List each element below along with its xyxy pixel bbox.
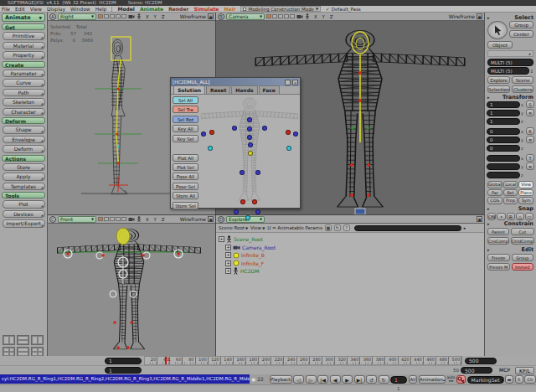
script-log[interactable]: cyl:HC2DM.RG_R_Ring1,HC2DM.RG_R_Ring2,HC… [0, 374, 250, 384]
synoptic-hotspot-3[interactable] [262, 126, 267, 131]
layout-preset-3[interactable] [31, 335, 44, 345]
snap-mode-2[interactable]: ⊞ [507, 213, 515, 220]
module-menu-model[interactable]: Model [117, 6, 135, 12]
axis-toggle-z[interactable]: Z [330, 14, 335, 19]
synoptic-hotspot-1[interactable] [247, 117, 252, 122]
axis-toggle-x[interactable]: X [314, 14, 322, 19]
start-frame-field[interactable]: 1 [105, 358, 142, 364]
snap-mode-3[interactable]: △ [516, 213, 524, 220]
toolbar-button-store[interactable]: Store◢ [3, 163, 45, 172]
tab-kpl[interactable]: KP/L [515, 367, 534, 374]
minimize-button[interactable]: _ [285, 80, 291, 85]
menu-view[interactable]: View [30, 6, 42, 12]
layout-preset-1[interactable] [3, 335, 15, 345]
synoptic-hotspot-4[interactable] [247, 126, 252, 132]
tree-node-label[interactable]: Camera_Root [242, 245, 276, 250]
viewport-resize-button-explorer[interactable]: ▣ [477, 216, 482, 222]
toolbar-button-devices[interactable]: Devices◢ [3, 210, 45, 219]
toolbar-button-parameter[interactable]: Parameter◢ [3, 70, 45, 78]
camera-icon[interactable] [128, 217, 135, 222]
memo-cam-swatch-3[interactable] [110, 14, 115, 18]
synoptic-hotspot-16[interactable] [240, 199, 245, 204]
synoptic-hotspot-7[interactable] [248, 151, 253, 156]
transform-mode-t-button[interactable]: T [526, 154, 534, 162]
expand-toggle[interactable]: + [225, 260, 231, 266]
viewport-letter-button-right[interactable]: A [49, 13, 56, 20]
synoptic-button-store-sel[interactable]: Store Sel [173, 202, 198, 209]
updown-icon[interactable]: ↕ [530, 69, 533, 74]
toolbar-button-import-export[interactable]: Import/Export◢ [3, 219, 45, 228]
synoptic-hotspot-11[interactable] [293, 132, 298, 137]
transport-play-backward-button[interactable]: ◀ [330, 375, 341, 384]
synoptic-button-sel-all[interactable]: Sel All [173, 96, 198, 104]
constrain-chldcomp[interactable]: ChldComp [511, 237, 534, 245]
module-menu-simulate[interactable]: Simulate [193, 6, 219, 12]
scene-button[interactable]: Scene [512, 76, 533, 84]
snap-mode-4[interactable]: ▭ [525, 213, 533, 220]
menu-window[interactable]: Window [70, 6, 90, 12]
synoptic-tab-solution[interactable]: Solution [173, 85, 205, 94]
select-tool-button[interactable] [487, 21, 508, 39]
toolbar-button-material[interactable]: Material◢ [3, 42, 45, 50]
toolbar-button-deform[interactable]: Deform◢ [3, 145, 45, 153]
ref-mode-view[interactable]: View [518, 181, 533, 188]
edit-freeze[interactable]: Freeze [487, 254, 510, 261]
construction-mode-selector[interactable]: Modeling Construction Mode▼ [240, 6, 321, 12]
synoptic-button-plot-sel[interactable]: Plot Sel [173, 163, 198, 171]
transform-s-options-button[interactable]: ≡ [526, 109, 534, 116]
memo-cam-swatch-3[interactable] [278, 14, 283, 18]
marking-set-field[interactable]: MarkingSet [467, 376, 504, 384]
transport-repeat-button[interactable]: ↻ [379, 375, 389, 384]
transform-s-x-field[interactable]: 1 [487, 101, 520, 108]
snap-mode-1[interactable]: • [497, 213, 505, 220]
loop-start-field[interactable]: 1 [105, 367, 142, 374]
viewport-letter-button-front[interactable]: C [49, 216, 56, 223]
module-menu-animate[interactable]: Animate [140, 6, 163, 12]
synoptic-tab-reset[interactable]: Reset [206, 85, 230, 94]
display-mode-dropdown-front[interactable]: Wireframe [180, 216, 206, 222]
selection-button[interactable]: Selection [487, 85, 510, 93]
synoptic-tab-face[interactable]: Face [259, 85, 280, 94]
memo-cam-swatch-5[interactable] [121, 217, 126, 221]
memo-cam-swatch-4[interactable] [116, 14, 121, 18]
marking-set-small-button-2[interactable]: 0 [515, 375, 523, 384]
memo-cam-swatch-3[interactable] [110, 217, 115, 221]
clusters-button[interactable]: Clusters [512, 85, 533, 93]
transform-s-z-field[interactable]: 1 [487, 118, 520, 125]
synoptic-button-sel-rot[interactable]: Sel Rot [173, 116, 198, 123]
pass-selector[interactable]: ✓Default_Pass [326, 7, 361, 12]
viewport-letter-button-camera[interactable]: B [218, 13, 224, 20]
menu-help[interactable]: Help [95, 6, 107, 12]
toolbar-button-plot[interactable]: Plot◢ [3, 200, 45, 209]
synoptic-hotspot-9[interactable] [286, 130, 291, 135]
axis-toggle-x[interactable]: X [146, 14, 154, 19]
toolbar-button-character[interactable]: Character◢ [3, 108, 45, 116]
snap-on-toggle[interactable]: ON [487, 213, 496, 220]
synoptic-hotspot-10[interactable] [201, 132, 206, 137]
transform-t-x-field[interactable] [487, 155, 520, 162]
ref-mode-prop[interactable]: Prop [503, 197, 518, 204]
marking-set-small-button-1[interactable]: ▬ [505, 375, 513, 384]
viewport-front-body[interactable] [48, 224, 215, 356]
transform-t-options-button[interactable]: ≡ [526, 162, 534, 170]
synoptic-hotspot-18[interactable] [234, 209, 239, 214]
synoptic-button-key-all[interactable]: Key All [173, 125, 198, 132]
viewport-resize-button-camera[interactable]: ▣ [477, 13, 482, 19]
current-frame-field[interactable]: 1 [390, 376, 407, 384]
autokey-toggle[interactable]: auto◂ ▸ [446, 376, 455, 384]
synoptic-button-sel-tra[interactable]: Sel Tra [173, 106, 198, 113]
ref-mode-global[interactable]: Global [487, 181, 502, 188]
viewport-resize-button-front[interactable]: ▣ [208, 216, 214, 222]
synoptic-hotspot-6[interactable] [248, 142, 253, 147]
view-name-dropdown-front[interactable]: Front▼ [58, 216, 96, 223]
all-button[interactable]: All [409, 375, 418, 384]
selection-field-2[interactable]: MULTI (5) [487, 67, 529, 75]
marking-set-small-button-3[interactable]: Clr [524, 375, 536, 384]
expand-toggle[interactable]: + [219, 236, 224, 242]
expand-toggle[interactable]: + [225, 252, 231, 258]
keyframe-button[interactable] [456, 375, 466, 384]
edit-group[interactable]: Group [512, 254, 534, 261]
constrain-cnscomp[interactable]: CnsComp [487, 237, 509, 245]
memo-cam-swatch-1[interactable] [98, 14, 103, 18]
synoptic-button-store-all[interactable]: Store All [173, 192, 198, 199]
